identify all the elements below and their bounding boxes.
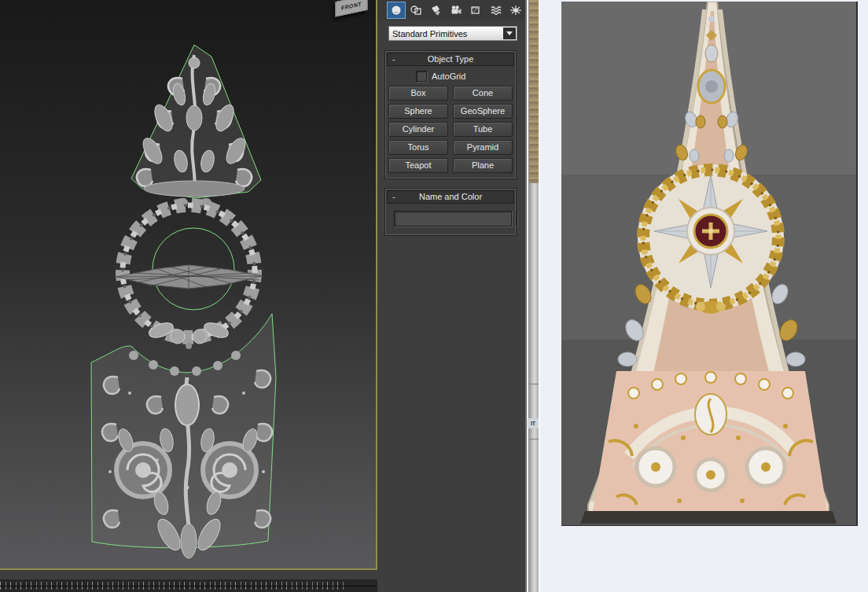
torus-button[interactable]: Torus: [388, 140, 448, 155]
cone-button[interactable]: Cone: [453, 86, 513, 101]
sphere-button[interactable]: Sphere: [388, 104, 448, 119]
create-cameras-icon[interactable]: [447, 2, 465, 19]
object-type-rollout-title: Object Type: [428, 54, 474, 64]
box-button[interactable]: Box: [388, 86, 448, 101]
create-systems-icon[interactable]: [506, 2, 525, 19]
object-color-swatch[interactable]: [516, 211, 517, 226]
primitive-buttons: Box Cone Sphere GeoSphere Cylinder Tube …: [386, 86, 515, 173]
object-type-rollout-header[interactable]: - Object Type: [387, 53, 514, 66]
create-space-warps-icon[interactable]: [486, 2, 505, 19]
reference-photo-graphic: [561, 2, 856, 525]
collapse-minus-icon: -: [392, 53, 395, 65]
create-lights-icon[interactable]: [427, 2, 446, 19]
scrollbar-notch: [529, 439, 539, 439]
screenshot-root: FRONT: [0, 0, 868, 592]
create-shapes-icon[interactable]: [406, 2, 425, 19]
object-name-input[interactable]: [394, 211, 512, 226]
create-geometry-icon[interactable]: [387, 2, 406, 19]
reference-image-panel: [540, 0, 868, 592]
tube-button[interactable]: Tube: [453, 122, 513, 137]
strip-label: IT: [528, 418, 539, 428]
side-scrollbar-strip[interactable]: [528, 0, 539, 592]
primitives-dropdown[interactable]: Standard Primitives: [388, 26, 517, 41]
scrollbar-track[interactable]: [529, 183, 539, 592]
collapse-minus-icon: -: [392, 191, 395, 203]
teapot-button[interactable]: Teapot: [388, 158, 448, 173]
name-and-color-rollout-title: Name and Color: [419, 192, 482, 201]
pyramid-button[interactable]: Pyramid: [453, 140, 513, 155]
create-category-toolbar: [377, 0, 525, 20]
command-panel: Standard Primitives - Object Type AutoGr…: [377, 0, 525, 592]
autogrid-label: AutoGrid: [432, 72, 465, 81]
scrollbar-notch: [529, 384, 539, 384]
cylinder-button[interactable]: Cylinder: [388, 122, 448, 137]
viewport-front[interactable]: FRONT: [0, 0, 377, 570]
reference-image[interactable]: [561, 2, 858, 526]
autogrid-checkbox[interactable]: [416, 71, 427, 82]
chevron-down-icon[interactable]: [503, 28, 516, 39]
object-type-rollout: - Object Type AutoGrid Box Cone Sphere G…: [385, 51, 516, 178]
scrollbar-texture-top: [529, 0, 539, 183]
carving-model: [0, 0, 376, 568]
create-helpers-icon[interactable]: [466, 2, 485, 19]
primitives-dropdown-value: Standard Primitives: [389, 29, 502, 39]
name-and-color-rollout-header[interactable]: - Name and Color: [387, 190, 514, 204]
geosphere-button[interactable]: GeoSphere: [453, 104, 513, 119]
name-and-color-rollout: - Name and Color: [385, 189, 516, 235]
plane-button[interactable]: Plane: [453, 158, 513, 173]
